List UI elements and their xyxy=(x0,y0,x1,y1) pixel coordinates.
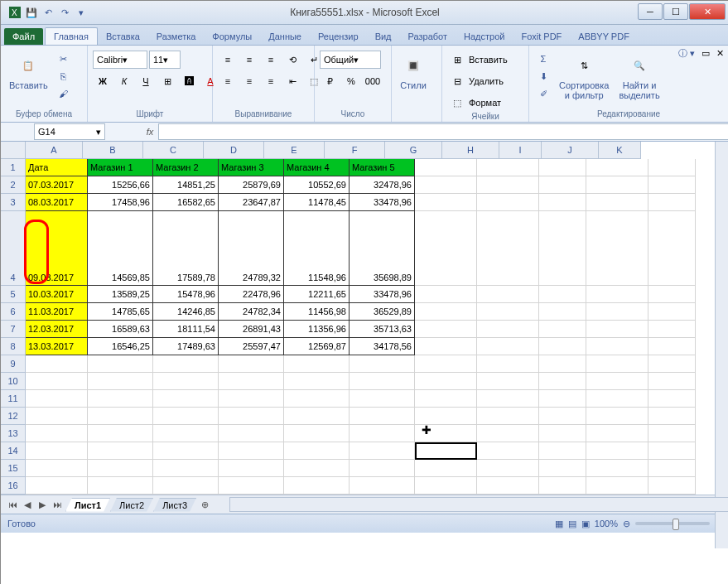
fill-icon[interactable]: ⬇ xyxy=(534,68,552,84)
cell-J12[interactable] xyxy=(586,408,648,425)
cell-K15[interactable] xyxy=(648,460,696,477)
vertical-scrollbar[interactable] xyxy=(715,142,728,548)
cell-C1[interactable]: Магазин 2 xyxy=(153,159,219,176)
align-left-button[interactable]: ≡ xyxy=(218,72,238,90)
delete-cells-button[interactable]: ⊟ xyxy=(447,72,467,90)
cell-C2[interactable]: 14851,25 xyxy=(153,176,219,194)
cell-H14[interactable] xyxy=(477,442,539,460)
underline-button[interactable]: Ч xyxy=(136,72,156,90)
cell-H9[interactable] xyxy=(477,355,539,373)
cell-C4[interactable]: 17589,78 xyxy=(153,211,219,286)
cell-A5[interactable]: 10.03.2017 xyxy=(26,286,88,303)
cell-G2[interactable] xyxy=(415,176,477,194)
cell-I1[interactable] xyxy=(539,159,586,176)
cell-A1[interactable]: Дата xyxy=(26,159,88,176)
cell-I16[interactable] xyxy=(539,477,586,495)
cell-B13[interactable] xyxy=(88,425,153,442)
formula-input[interactable] xyxy=(158,123,728,140)
cell-A2[interactable]: 07.03.2017 xyxy=(26,176,88,194)
cell-H5[interactable] xyxy=(477,286,539,303)
cell-J10[interactable] xyxy=(586,373,648,390)
cell-E12[interactable] xyxy=(284,408,350,425)
cell-H7[interactable] xyxy=(477,321,539,338)
row-header-14[interactable]: 14 xyxy=(1,442,26,460)
cell-J3[interactable] xyxy=(586,194,648,211)
cell-I11[interactable] xyxy=(539,390,586,408)
cell-H2[interactable] xyxy=(477,176,539,194)
row-header-11[interactable]: 11 xyxy=(1,390,26,408)
cell-B6[interactable]: 14785,65 xyxy=(88,303,153,321)
cell-I14[interactable] xyxy=(539,442,586,460)
cell-B7[interactable]: 16589,63 xyxy=(88,321,153,338)
fill-color-button[interactable]: 🅰 xyxy=(179,72,199,90)
cell-B8[interactable]: 16546,25 xyxy=(88,338,153,355)
cell-E11[interactable] xyxy=(284,390,350,408)
cell-I12[interactable] xyxy=(539,408,586,425)
cell-D5[interactable]: 22478,96 xyxy=(219,286,284,303)
col-header-D[interactable]: D xyxy=(204,142,264,159)
cell-K8[interactable] xyxy=(648,338,696,355)
row-header-12[interactable]: 12 xyxy=(1,408,26,425)
cell-D13[interactable] xyxy=(219,425,284,442)
cell-J16[interactable] xyxy=(586,477,648,495)
cell-E5[interactable]: 12211,65 xyxy=(284,286,350,303)
cell-A12[interactable] xyxy=(26,408,88,425)
cell-J13[interactable] xyxy=(586,425,648,442)
find-select-button[interactable]: 🔍 Найти и выделить xyxy=(615,51,663,102)
cell-K1[interactable] xyxy=(648,159,696,176)
cell-E8[interactable]: 12569,87 xyxy=(284,338,350,355)
cell-B3[interactable]: 17458,96 xyxy=(88,194,153,211)
cell-F7[interactable]: 35713,63 xyxy=(350,321,415,338)
cell-J1[interactable] xyxy=(586,159,648,176)
row-header-4[interactable]: 4 xyxy=(1,211,26,286)
cell-G6[interactable] xyxy=(415,303,477,321)
cell-I6[interactable] xyxy=(539,303,586,321)
sheet-nav-last[interactable]: ⏭ xyxy=(51,498,64,511)
cell-G4[interactable] xyxy=(415,211,477,286)
cell-K13[interactable] xyxy=(648,425,696,442)
view-normal-icon[interactable]: ▦ xyxy=(555,519,563,529)
cell-D1[interactable]: Магазин 3 xyxy=(219,159,284,176)
cell-E7[interactable]: 11356,96 xyxy=(284,321,350,338)
row-header-16[interactable]: 16 xyxy=(1,477,26,495)
cell-D3[interactable]: 23647,87 xyxy=(219,194,284,211)
cell-H6[interactable] xyxy=(477,303,539,321)
cell-C14[interactable] xyxy=(153,442,219,460)
tab-layout[interactable]: Разметка xyxy=(148,28,205,45)
cell-F1[interactable]: Магазин 5 xyxy=(350,159,415,176)
autosum-icon[interactable]: Σ xyxy=(534,51,552,67)
col-header-J[interactable]: J xyxy=(542,142,599,159)
cell-C11[interactable] xyxy=(153,390,219,408)
format-painter-icon[interactable]: 🖌 xyxy=(55,85,73,102)
cell-K2[interactable] xyxy=(648,176,696,194)
sheet-nav-prev[interactable]: ◀ xyxy=(21,498,34,511)
cell-E14[interactable] xyxy=(284,442,350,460)
cell-J5[interactable] xyxy=(586,286,648,303)
cell-I5[interactable] xyxy=(539,286,586,303)
cell-D15[interactable] xyxy=(219,460,284,477)
cell-D2[interactable]: 25879,69 xyxy=(219,176,284,194)
orientation-button[interactable]: ⟲ xyxy=(282,51,302,69)
minimize-button[interactable]: ─ xyxy=(638,3,663,20)
cell-G7[interactable] xyxy=(415,321,477,338)
save-icon[interactable]: 💾 xyxy=(24,5,39,20)
cell-G12[interactable] xyxy=(415,408,477,425)
cell-A6[interactable]: 11.03.2017 xyxy=(26,303,88,321)
col-header-B[interactable]: B xyxy=(83,142,143,159)
col-header-A[interactable]: A xyxy=(26,142,83,159)
undo-icon[interactable]: ↶ xyxy=(41,5,55,20)
cell-A4[interactable]: 09.03.2017 xyxy=(26,211,88,286)
cell-F14[interactable] xyxy=(350,442,415,460)
cell-B9[interactable] xyxy=(88,355,153,373)
cell-K6[interactable] xyxy=(648,303,696,321)
font-size-select[interactable]: 11 ▾ xyxy=(149,51,181,69)
cell-G11[interactable] xyxy=(415,390,477,408)
border-button[interactable]: ⊞ xyxy=(157,72,177,90)
cell-D14[interactable] xyxy=(219,442,284,460)
cell-G8[interactable] xyxy=(415,338,477,355)
help-icon[interactable]: ⓘ ▾ xyxy=(678,47,695,60)
cell-F13[interactable] xyxy=(350,425,415,442)
cell-F10[interactable] xyxy=(350,373,415,390)
tab-dev[interactable]: Разработ xyxy=(400,28,456,45)
cell-G1[interactable] xyxy=(415,159,477,176)
